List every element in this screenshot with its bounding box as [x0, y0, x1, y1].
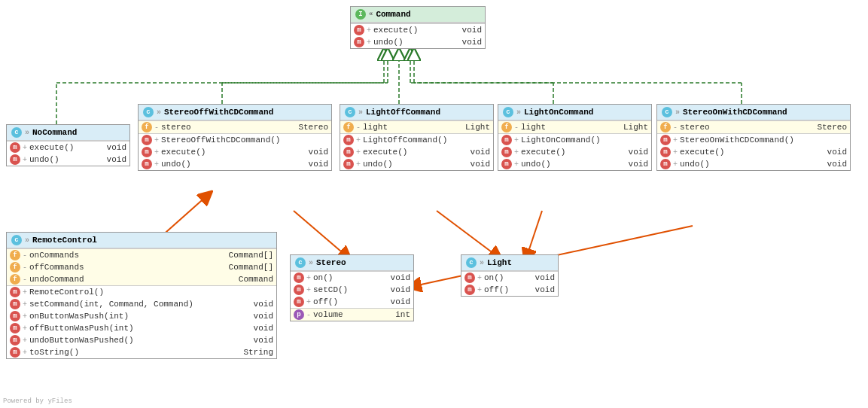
badge-m: m: [501, 135, 512, 145]
method-undo: m + undo() void: [351, 36, 485, 48]
badge-m: m: [343, 135, 354, 145]
powered-by: Powered by yFiles: [3, 397, 72, 405]
class-light-name: Light: [487, 258, 512, 267]
class-lightoff-header: c » LightOffCommand: [340, 105, 493, 120]
class-light: c » Light m + on() void m + off() void: [461, 254, 559, 297]
method-off: m + off() void: [461, 284, 558, 296]
method-undo: m + undo() void: [498, 158, 651, 170]
badge-m: m: [142, 159, 152, 169]
badge-m: m: [354, 37, 364, 47]
badge-m: m: [464, 285, 475, 295]
class-stereooff-header: c » StereoOffWithCDCommand: [139, 105, 331, 120]
svg-line-17: [437, 211, 497, 256]
badge-m: m: [10, 142, 20, 153]
class-stereoon: c » StereoOnWithCDCommand f - stereo Ste…: [656, 104, 851, 171]
method-setcommand: m + setCommand(int, Command, Command) vo…: [7, 298, 276, 310]
badge-f: f: [142, 122, 152, 132]
class-lighton-name: LightOnCommand: [524, 108, 593, 117]
constructor: m + LightOffCommand(): [340, 133, 493, 146]
svg-line-16: [294, 211, 346, 256]
badge-c: c: [466, 257, 477, 268]
class-command-name: Command: [376, 10, 410, 19]
class-lighton-header: c » LightOnCommand: [498, 105, 651, 120]
field-light: f - light Light: [340, 120, 493, 133]
field-undocommand: f - undoCommand Command: [7, 273, 276, 285]
class-nocommand-name: NoCommand: [32, 128, 77, 137]
method-execute: m + execute() void: [7, 142, 129, 154]
method-undobuttonwaspushed: m + undoButtonWasPushed() void: [7, 334, 276, 346]
badge-m: m: [660, 147, 671, 157]
constructor: m + StereoOnWithCDCommand(): [657, 133, 850, 146]
method-undo: m + undo() void: [139, 158, 331, 170]
field-offcommands: f - offCommands Command[]: [7, 261, 276, 273]
method-on: m + on() void: [461, 271, 558, 284]
badge-p: p: [294, 309, 304, 320]
class-stereooff: c » StereoOffWithCDCommand f - stereo St…: [138, 104, 332, 171]
field-stereo: f - stereo Stereo: [657, 120, 850, 133]
badge-m: m: [660, 135, 671, 145]
class-nocommand: c » NoCommand m + execute() void m + und…: [6, 124, 130, 166]
badge-m: m: [10, 287, 20, 297]
badge-m: m: [354, 25, 364, 35]
method-execute: m + execute() void: [498, 146, 651, 158]
badge-c: c: [295, 257, 306, 268]
svg-line-18: [527, 211, 542, 256]
badge-m: m: [10, 335, 20, 346]
badge-interface: I: [355, 9, 366, 20]
class-lightoff-name: LightOffCommand: [366, 108, 440, 117]
badge-m: m: [294, 297, 304, 307]
badge-m: m: [464, 273, 475, 283]
class-command-stereotype: «: [369, 11, 373, 18]
class-remotecontrol-name: RemoteControl: [32, 236, 97, 245]
field-volume: p - volume int: [291, 308, 413, 321]
badge-m: m: [343, 147, 354, 157]
badge-m: m: [142, 147, 152, 157]
badge-f: f: [660, 122, 671, 132]
method-execute: m + execute() void: [657, 146, 850, 158]
method-undo: m + undo() void: [340, 158, 493, 170]
badge-c: c: [345, 107, 355, 117]
class-command-header: I « Command: [351, 7, 485, 23]
class-lighton: c » LightOnCommand f - light Light m + L…: [498, 104, 652, 171]
badge-m: m: [501, 159, 512, 169]
class-stereo-header: c » Stereo: [291, 255, 413, 271]
method-setcd: m + setCD() void: [291, 284, 413, 296]
constructor: m + RemoteControl(): [7, 285, 276, 298]
badge-m: m: [660, 159, 671, 169]
constructor: m + StereoOffWithCDCommand(): [139, 133, 331, 146]
method-undo: m + undo() void: [657, 158, 850, 170]
class-light-header: c » Light: [461, 255, 558, 271]
class-stereoon-header: c » StereoOnWithCDCommand: [657, 105, 850, 120]
method-tostring: m + toString() String: [7, 346, 276, 358]
method-onbuttonwaspush: m + onButtonWasPush(int) void: [7, 310, 276, 322]
badge-c: c: [11, 235, 22, 245]
badge-m: m: [10, 299, 20, 309]
badge-m: m: [501, 147, 512, 157]
method-off: m + off() void: [291, 296, 413, 308]
badge-m: m: [294, 285, 304, 295]
class-stereo: c » Stereo m + on() void m + setCD() voi…: [290, 254, 414, 321]
method-undo: m + undo() void: [7, 154, 129, 166]
uml-diagram: I « Command m + execute() void m + undo(…: [0, 0, 868, 408]
badge-c: c: [143, 107, 154, 117]
badge-c: c: [11, 127, 22, 138]
badge-m: m: [10, 347, 20, 358]
class-stereooff-name: StereoOffWithCDCommand: [164, 108, 273, 117]
method-on: m + on() void: [291, 271, 413, 284]
class-stereo-name: Stereo: [316, 258, 346, 267]
badge-m: m: [10, 311, 20, 321]
method-execute: m + execute() void: [340, 146, 493, 158]
badge-m: m: [10, 154, 20, 165]
class-command: I « Command m + execute() void m + undo(…: [350, 6, 486, 49]
class-lightoff: c » LightOffCommand f - light Light m + …: [340, 104, 494, 171]
method-execute: m + execute() void: [351, 23, 485, 36]
badge-c: c: [662, 107, 672, 117]
field-light: f - light Light: [498, 120, 651, 133]
badge-f: f: [343, 122, 354, 132]
badge-f: f: [10, 274, 20, 285]
constructor: m + LightOnCommand(): [498, 133, 651, 146]
badge-f: f: [10, 250, 20, 260]
class-remotecontrol: c » RemoteControl f - onCommands Command…: [6, 232, 277, 359]
method-offbuttonwaspush: m + offButtonWasPush(int) void: [7, 322, 276, 334]
class-nocommand-header: c » NoCommand: [7, 125, 129, 141]
